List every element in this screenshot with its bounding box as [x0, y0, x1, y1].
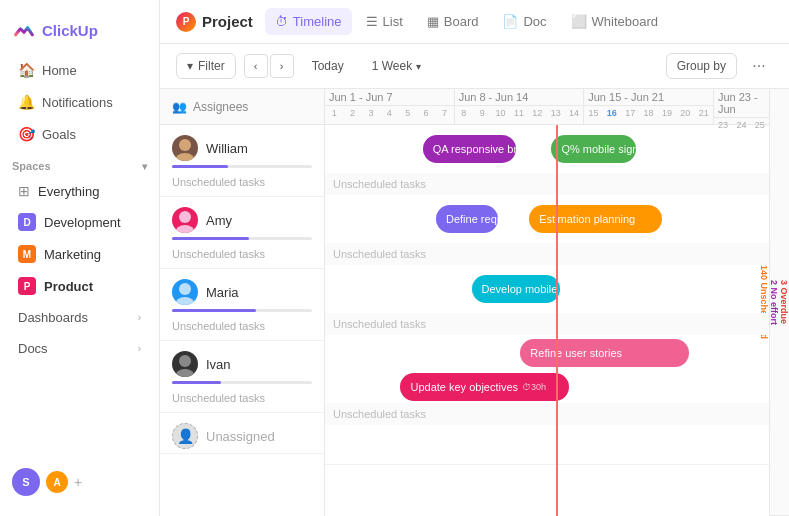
day-5: 5: [399, 106, 417, 124]
day-2: 2: [343, 106, 361, 124]
grid-row-amy: Define requirements Estimation planning …: [325, 195, 769, 265]
home-icon: 🏠: [18, 62, 34, 78]
marketing-badge: M: [18, 245, 36, 263]
sidebar-home-label: Home: [42, 63, 77, 78]
timeline-area: 👥 Assignees William Unscheduled tasks: [160, 89, 789, 516]
sidebar-goals-label: Goals: [42, 127, 76, 142]
ivan-progress-bg: [172, 381, 312, 384]
task-update-objectives[interactable]: Update key objectives ⏱30h: [400, 373, 569, 401]
day-4: 4: [380, 106, 398, 124]
sidebar-item-marketing[interactable]: M Marketing: [6, 239, 153, 269]
assignee-row-maria: Maria Unscheduled tasks: [160, 269, 324, 341]
tab-whiteboard[interactable]: ⬜ Whiteboard: [561, 8, 668, 35]
svg-point-1: [175, 153, 195, 161]
grid-body: QA responsive breakpoints ⏱30h Q% mobile…: [325, 125, 769, 516]
amy-unsched-grid: Unscheduled tasks: [325, 243, 769, 265]
william-avatar: [172, 135, 198, 161]
chevron-right-docs-icon: ›: [138, 343, 141, 354]
amy-unscheduled: Unscheduled tasks: [160, 244, 324, 268]
day-15: 15: [584, 106, 602, 124]
assignee-col-header: 👥 Assignees: [160, 89, 324, 125]
svg-point-5: [175, 297, 195, 305]
overdue-label[interactable]: 3 Overdue: [779, 89, 789, 516]
week-selector[interactable]: 1 Week ▾: [362, 54, 431, 78]
spaces-label: Spaces: [12, 160, 51, 172]
day-1: 1: [325, 106, 343, 124]
ivan-unscheduled: Unscheduled tasks: [160, 388, 324, 412]
more-options-button[interactable]: ···: [745, 52, 773, 80]
day-18: 18: [639, 106, 657, 124]
task-develop-mobile[interactable]: Develop mobile app ⏱30h: [472, 275, 561, 303]
william-progress-bg: [172, 165, 312, 168]
grid-header: Jun 1 - Jun 7 1 2 3 4 5 6 7 Jun: [325, 89, 769, 125]
assignee-row-william: William Unscheduled tasks: [160, 125, 324, 197]
sidebar-item-product[interactable]: P Product: [6, 271, 153, 301]
goals-icon: 🎯: [18, 126, 34, 142]
doc-icon: 📄: [502, 14, 518, 29]
tab-timeline[interactable]: ⏱ Timeline: [265, 8, 352, 35]
assignee-row-unassigned: 👤 Unassigned: [160, 413, 324, 454]
ivan-progress-fill: [172, 381, 221, 384]
assignee-col-icon: 👥: [172, 100, 187, 114]
filter-button[interactable]: ▾ Filter: [176, 53, 236, 79]
avatar[interactable]: S: [12, 468, 40, 496]
chevron-right-icon: ›: [138, 312, 141, 323]
whiteboard-icon: ⬜: [571, 14, 587, 29]
week2-label: Jun 8 - Jun 14: [455, 89, 584, 106]
timeline-icon: ⏱: [275, 14, 288, 29]
maria-avatar: [172, 279, 198, 305]
dashboards-label: Dashboards: [18, 310, 88, 325]
tab-doc[interactable]: 📄 Doc: [492, 8, 556, 35]
next-arrow[interactable]: ›: [270, 54, 294, 78]
tab-list[interactable]: ☰ List: [356, 8, 413, 35]
week4-label: Jun 23 - Jun: [714, 89, 769, 118]
sidebar-item-development[interactable]: D Development: [6, 207, 153, 237]
sidebar-item-everything[interactable]: ⊞ Everything: [6, 177, 153, 205]
day-7: 7: [435, 106, 453, 124]
today-button[interactable]: Today: [302, 54, 354, 78]
add-user-icon[interactable]: +: [74, 474, 82, 490]
product-label: Product: [44, 279, 93, 294]
tab-board[interactable]: ▦ Board: [417, 8, 489, 35]
day-3: 3: [362, 106, 380, 124]
amy-progress-fill: [172, 237, 249, 240]
task-refine-stories[interactable]: Refine user stories: [520, 339, 689, 367]
day-13: 13: [547, 106, 565, 124]
day-21: 21: [695, 106, 713, 124]
william-progress-fill: [172, 165, 228, 168]
sidebar-notifications-label: Notifications: [42, 95, 113, 110]
sidebar-item-home[interactable]: 🏠 Home: [6, 55, 153, 85]
sidebar-item-docs[interactable]: Docs ›: [6, 334, 153, 363]
nav-arrows: ‹ ›: [244, 54, 294, 78]
group-by-button[interactable]: Group by: [666, 53, 737, 79]
task-qa-responsive[interactable]: QA responsive breakpoints ⏱30h: [423, 135, 516, 163]
avatar-2[interactable]: A: [46, 471, 68, 493]
sidebar-item-dashboards[interactable]: Dashboards ›: [6, 303, 153, 332]
no-effort-label[interactable]: 2 No effort: [769, 89, 779, 516]
sidebar-item-goals[interactable]: 🎯 Goals: [6, 119, 153, 149]
svg-point-7: [175, 369, 195, 377]
sidebar-item-notifications[interactable]: 🔔 Notifications: [6, 87, 153, 117]
day-9: 9: [473, 106, 491, 124]
grid-icon: ⊞: [18, 183, 30, 199]
maria-unsched-grid: Unscheduled tasks: [325, 313, 769, 335]
assignee-row-amy: Amy Unscheduled tasks: [160, 197, 324, 269]
william-unsched-grid: Unscheduled tasks: [325, 173, 769, 195]
task-estimation-planning[interactable]: Estimation planning: [529, 205, 662, 233]
development-label: Development: [44, 215, 121, 230]
tab-bar: P Project ⏱ Timeline ☰ List ▦ Board 📄 Do…: [160, 0, 789, 44]
svg-point-6: [179, 355, 191, 367]
main-content: P Project ⏱ Timeline ☰ List ▦ Board 📄 Do…: [160, 0, 789, 516]
william-unscheduled: Unscheduled tasks: [160, 172, 324, 196]
everything-label: Everything: [38, 184, 99, 199]
prev-arrow[interactable]: ‹: [244, 54, 268, 78]
clickup-logo-icon: [12, 18, 36, 42]
svg-point-0: [179, 139, 191, 151]
maria-unscheduled: Unscheduled tasks: [160, 316, 324, 340]
task-define-requirements[interactable]: Define requirements: [436, 205, 498, 233]
amy-avatar: [172, 207, 198, 233]
week1-label: Jun 1 - Jun 7: [325, 89, 454, 106]
day-14: 14: [565, 106, 583, 124]
task-mobile-signup[interactable]: Q% mobile signup.. ✓: [551, 135, 635, 163]
maria-progress-fill: [172, 309, 256, 312]
